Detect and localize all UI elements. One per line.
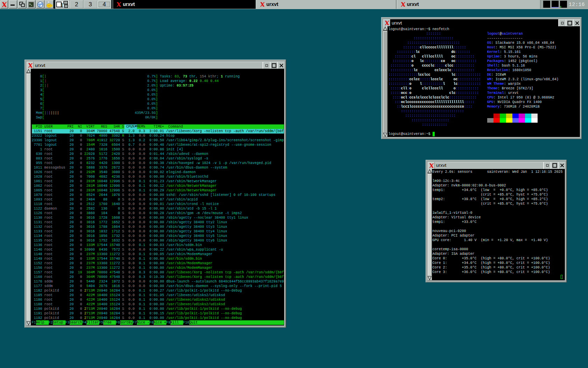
svg-text:1: 1 xyxy=(61,2,64,9)
